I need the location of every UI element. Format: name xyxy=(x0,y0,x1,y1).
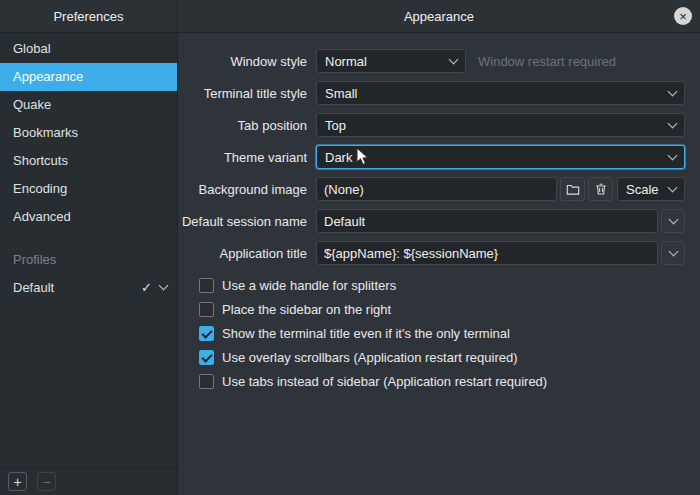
sidebar: Global Appearance Quake Bookmarks Shortc… xyxy=(0,33,178,495)
theme-variant-combobox[interactable]: Dark xyxy=(316,145,685,169)
application-title-input[interactable] xyxy=(316,241,658,265)
chevron-down-icon xyxy=(668,182,678,192)
overlay-scrollbars-option[interactable]: Use overlay scrollbars (Application rest… xyxy=(199,345,685,369)
application-title-row: Application title xyxy=(178,241,685,265)
page-header: Appearance × xyxy=(178,0,700,32)
terminal-title-style-label: Terminal title style xyxy=(178,86,307,101)
tab-position-row: Tab position Top xyxy=(178,113,685,137)
check-icon: ✓ xyxy=(141,280,152,295)
combo-value: Small xyxy=(325,86,669,101)
checkbox-label: Use tabs instead of sidebar (Application… xyxy=(222,374,547,389)
sidebar-title: Preferences xyxy=(53,9,123,24)
sidebar-item-quake[interactable]: Quake xyxy=(0,91,177,119)
checkbox[interactable] xyxy=(199,374,214,389)
sidebar-item-global[interactable]: Global xyxy=(0,35,177,63)
window-style-label: Window style xyxy=(178,54,307,69)
background-image-row: Background image Scale xyxy=(178,177,685,201)
background-image-field[interactable] xyxy=(316,177,557,201)
checkbox[interactable] xyxy=(199,278,214,293)
terminal-title-style-combobox[interactable]: Small xyxy=(316,81,685,105)
options-checkbox-group: Use a wide handle for splitters Place th… xyxy=(199,273,685,393)
profile-name: Default xyxy=(13,280,141,295)
sidebar-item-appearance[interactable]: Appearance xyxy=(0,63,177,91)
chevron-down-icon xyxy=(668,118,678,128)
chevron-down-icon xyxy=(668,246,678,256)
clear-image-button[interactable] xyxy=(588,177,613,201)
tab-position-label: Tab position xyxy=(178,118,307,133)
chevron-down-icon xyxy=(668,86,678,96)
default-session-name-label: Default session name xyxy=(178,214,307,229)
window-restart-hint: Window restart required xyxy=(478,54,616,69)
sidebar-item-bookmarks[interactable]: Bookmarks xyxy=(0,119,177,147)
chevron-down-icon xyxy=(668,150,678,160)
tab-position-combobox[interactable]: Top xyxy=(316,113,685,137)
sidebar-item-shortcuts[interactable]: Shortcuts xyxy=(0,147,177,175)
folder-icon xyxy=(566,182,580,196)
checkbox-label: Use a wide handle for splitters xyxy=(222,278,396,293)
sidebar-item-advanced[interactable]: Advanced xyxy=(0,203,177,231)
add-profile-button[interactable]: + xyxy=(8,472,27,491)
checkbox[interactable] xyxy=(199,302,214,317)
sidebar-list: Global Appearance Quake Bookmarks Shortc… xyxy=(0,33,177,231)
profiles-section-label: Profiles xyxy=(0,247,177,273)
checkbox[interactable] xyxy=(199,350,214,365)
main-area: Global Appearance Quake Bookmarks Shortc… xyxy=(0,33,700,495)
sidebar-header: Preferences xyxy=(0,0,178,32)
theme-variant-label: Theme variant xyxy=(178,150,307,165)
checkbox-label: Show the terminal title even if it's the… xyxy=(222,326,510,341)
remove-profile-button[interactable]: − xyxy=(37,472,56,491)
appearance-panel: Window style Normal Window restart requi… xyxy=(178,33,700,495)
session-name-tokens-button[interactable] xyxy=(661,209,685,233)
terminal-title-style-row: Terminal title style Small xyxy=(178,81,685,105)
tabs-instead-sidebar-option[interactable]: Use tabs instead of sidebar (Application… xyxy=(199,369,685,393)
default-session-name-input[interactable] xyxy=(316,209,658,233)
default-session-name-row: Default session name xyxy=(178,209,685,233)
chevron-down-icon xyxy=(668,214,678,224)
combo-value: Normal xyxy=(325,54,450,69)
checkbox-label: Place the sidebar on the right xyxy=(222,302,391,317)
combo-value: Dark xyxy=(325,150,669,165)
profile-item-default[interactable]: Default ✓ xyxy=(0,273,177,301)
chevron-down-icon xyxy=(449,54,459,64)
theme-variant-row: Theme variant Dark xyxy=(178,145,685,169)
checkbox[interactable] xyxy=(199,326,214,341)
browse-file-button[interactable] xyxy=(560,177,585,201)
chevron-down-icon[interactable] xyxy=(159,280,169,290)
application-title-label: Application title xyxy=(178,246,307,261)
sidebar-right-option[interactable]: Place the sidebar on the right xyxy=(199,297,685,321)
window-style-row: Window style Normal Window restart requi… xyxy=(178,49,685,73)
combo-value: Top xyxy=(325,118,669,133)
close-icon[interactable]: × xyxy=(674,7,692,25)
checkbox-label: Use overlay scrollbars (Application rest… xyxy=(222,350,518,365)
background-image-label: Background image xyxy=(178,182,307,197)
page-title: Appearance xyxy=(404,9,474,24)
header-bar: Preferences Appearance × xyxy=(0,0,700,33)
wide-handle-option[interactable]: Use a wide handle for splitters xyxy=(199,273,685,297)
preferences-window: Preferences Appearance × Global Appearan… xyxy=(0,0,700,495)
window-style-combobox[interactable]: Normal xyxy=(316,49,466,73)
trash-icon xyxy=(594,182,608,196)
combo-value: Scale xyxy=(626,182,669,197)
sidebar-item-encoding[interactable]: Encoding xyxy=(0,175,177,203)
profile-toolbar: + − xyxy=(0,467,177,495)
application-title-tokens-button[interactable] xyxy=(661,241,685,265)
background-image-mode-combobox[interactable]: Scale xyxy=(617,177,685,201)
sidebar-spacer xyxy=(0,301,177,467)
show-terminal-title-option[interactable]: Show the terminal title even if it's the… xyxy=(199,321,685,345)
